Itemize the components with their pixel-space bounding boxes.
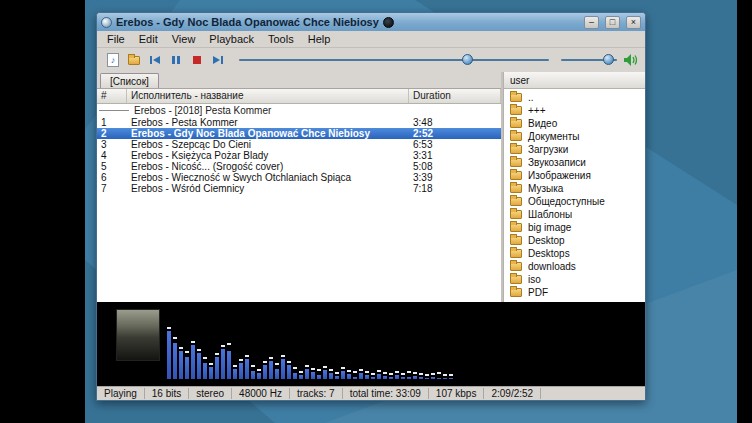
menu-item[interactable]: Playback — [202, 32, 261, 46]
next-button[interactable] — [208, 51, 228, 70]
pause-button[interactable] — [166, 51, 186, 70]
track-number: 1 — [97, 117, 127, 128]
seek-slider[interactable] — [239, 52, 549, 68]
track-list: 1 Erebos - Pesta Kommer 3:48 2 Erebos - … — [97, 117, 501, 194]
menu-item[interactable]: File — [100, 32, 132, 46]
folder-list[interactable]: .. +++ Видео Документы Загрузки Звукозап… — [503, 89, 645, 302]
folder-item[interactable]: Desktop — [504, 234, 645, 247]
spectrum-bar — [335, 376, 339, 379]
spectrum-bar — [329, 373, 333, 379]
peak-cap — [179, 347, 183, 349]
folder-item[interactable]: Desktops — [504, 247, 645, 260]
spectrum-bar — [353, 377, 357, 379]
folder-item[interactable]: Документы — [504, 130, 645, 143]
track-duration: 2:52 — [409, 128, 501, 139]
close-button[interactable]: × — [626, 16, 641, 29]
track-number: 4 — [97, 150, 127, 161]
folder-item[interactable]: downloads — [504, 260, 645, 273]
column-title[interactable]: Исполнитель - название — [127, 89, 409, 103]
volume-slider-handle[interactable] — [603, 54, 614, 65]
folder-item[interactable]: big image — [504, 221, 645, 234]
folder-label: Музыка — [528, 183, 563, 194]
peak-cap — [377, 370, 381, 372]
column-duration[interactable]: Duration — [409, 89, 501, 103]
status-segment: tracks: 7 — [290, 388, 343, 399]
spectrum-bar — [287, 365, 291, 379]
menu-item[interactable]: Tools — [261, 32, 301, 46]
peak-cap — [251, 365, 255, 367]
folder-item[interactable]: Загрузки — [504, 143, 645, 156]
folder-icon — [510, 184, 522, 193]
peak-cap — [407, 371, 411, 373]
track-number: 2 — [97, 128, 127, 139]
menu-item[interactable]: Help — [301, 32, 338, 46]
spectrum-bar — [245, 359, 249, 379]
title-bar[interactable]: Erebos - Gdy Noc Blada Opanować Chce Nie… — [97, 13, 645, 31]
menu-item[interactable]: View — [165, 32, 203, 46]
folder-item[interactable]: Изображения — [504, 169, 645, 182]
spectrum-bar — [323, 370, 327, 379]
folder-item[interactable]: PDF — [504, 286, 645, 299]
add-folder-button[interactable] — [124, 51, 144, 70]
folder-item[interactable]: Видео — [504, 117, 645, 130]
desktop: Erebos - Gdy Noc Blada Opanować Chce Nie… — [85, 0, 737, 423]
spectrum-bar — [239, 363, 243, 379]
playlist-column-header[interactable]: # Исполнитель - название Duration — [97, 89, 501, 104]
menu-item[interactable]: Edit — [132, 32, 165, 46]
column-number[interactable]: # — [97, 89, 127, 103]
spectrum-bar — [419, 377, 423, 379]
track-title: Erebos - Gdy Noc Blada Opanować Chce Nie… — [127, 128, 409, 139]
peak-cap — [353, 371, 357, 373]
track-row[interactable]: 2 Erebos - Gdy Noc Blada Opanować Chce N… — [97, 128, 501, 139]
peak-cap — [227, 343, 231, 345]
folder-icon — [510, 93, 522, 102]
spectrum-bar — [299, 375, 303, 379]
volume-slider[interactable] — [561, 52, 617, 68]
folder-icon — [510, 106, 522, 115]
folder-item[interactable]: .. — [504, 91, 645, 104]
folder-icon — [510, 171, 522, 180]
peak-cap — [245, 355, 249, 357]
peak-cap — [203, 357, 207, 359]
previous-button[interactable] — [145, 51, 165, 70]
playlist-body[interactable]: Erebos - [2018] Pesta Kommer 1 Erebos - … — [97, 104, 501, 302]
track-row[interactable]: 1 Erebos - Pesta Kommer 3:48 — [97, 117, 501, 128]
track-row[interactable]: 4 Erebos - Księżyca Pożar Blady 3:31 — [97, 150, 501, 161]
track-row[interactable]: 7 Erebos - Wśród Ciemnicy 7:18 — [97, 183, 501, 194]
spectrum-bar — [395, 375, 399, 379]
track-title: Erebos - Wśród Ciemnicy — [127, 183, 409, 194]
playlist-tab[interactable]: [Список] — [100, 73, 159, 88]
open-file-button[interactable]: ♪ — [103, 51, 123, 70]
track-row[interactable]: 3 Erebos - Szepcąc Do Cieni 6:53 — [97, 139, 501, 150]
status-segment: total time: 33:09 — [343, 388, 429, 399]
peak-cap — [323, 366, 327, 368]
peak-cap — [215, 353, 219, 355]
window-title: Erebos - Gdy Noc Blada Opanować Chce Nie… — [116, 16, 379, 28]
seek-slider-handle[interactable] — [462, 54, 473, 65]
file-browser-path[interactable]: user — [503, 72, 645, 89]
stop-button[interactable] — [187, 51, 207, 70]
track-row[interactable]: 5 Erebos - Nicość... (Srogość cover) 5:0… — [97, 161, 501, 172]
folder-item[interactable]: Музыка — [504, 182, 645, 195]
peak-cap — [305, 365, 309, 367]
spectrum-bar — [341, 371, 345, 379]
folder-item[interactable]: Шаблоны — [504, 208, 645, 221]
folder-item[interactable]: +++ — [504, 104, 645, 117]
track-row[interactable]: 6 Erebos - Wieczność w Swych Otchlaniach… — [97, 172, 501, 183]
folder-label: Изображения — [528, 170, 591, 181]
spectrum-bar — [173, 343, 177, 379]
spectrum-bar — [275, 369, 279, 379]
folder-label: iso — [528, 274, 541, 285]
minimize-button[interactable]: – — [584, 16, 599, 29]
spectrum-bar — [203, 363, 207, 379]
folder-item[interactable]: iso — [504, 273, 645, 286]
folder-label: Загрузки — [528, 144, 568, 155]
maximize-button[interactable]: □ — [605, 16, 620, 29]
folder-item[interactable]: Звукозаписи — [504, 156, 645, 169]
track-duration: 3:39 — [409, 172, 501, 183]
peak-cap — [335, 372, 339, 374]
spectrum-bar — [197, 353, 201, 379]
spectrum-bar — [233, 369, 237, 379]
folder-item[interactable]: Общедоступные — [504, 195, 645, 208]
spectrum-bar — [407, 377, 411, 379]
